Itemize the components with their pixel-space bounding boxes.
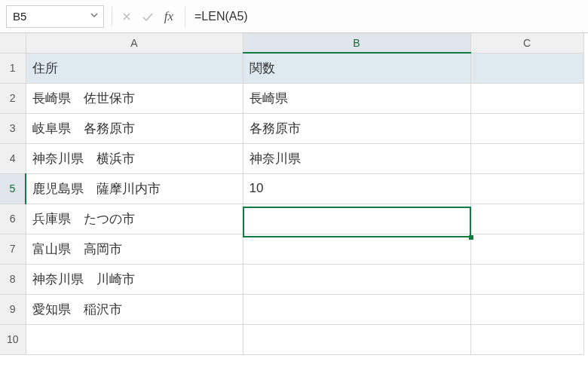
cell-A3[interactable]: 岐阜県 各務原市: [26, 113, 243, 143]
cell-C5[interactable]: [470, 173, 583, 204]
cell-A2[interactable]: 長崎県 佐世保市: [26, 83, 243, 113]
cell-B2[interactable]: 長崎県: [243, 83, 470, 113]
enter-icon[interactable]: [141, 10, 155, 23]
separator: [185, 7, 185, 26]
row-1: 1住所関数: [0, 53, 583, 83]
cell-A10[interactable]: [26, 324, 243, 354]
cell-C8[interactable]: [470, 264, 583, 294]
fx-icon[interactable]: fx: [162, 10, 176, 23]
cell-C9[interactable]: [470, 294, 583, 324]
cell-C1[interactable]: [470, 53, 583, 83]
name-box[interactable]: B5: [6, 5, 104, 28]
row-4: 4神奈川県 横浜市神奈川県: [0, 143, 583, 173]
column-header-C[interactable]: C: [470, 33, 583, 53]
cell-A9[interactable]: 愛知県 稲沢市: [26, 294, 243, 324]
formula-bar-icons: fx: [115, 10, 180, 23]
name-box-value: B5: [13, 10, 26, 23]
cell-B7[interactable]: [243, 234, 470, 264]
row-header-3[interactable]: 3: [0, 113, 26, 143]
formula-bar: B5 fx =LEN(A5): [0, 0, 588, 33]
cell-C6[interactable]: [470, 204, 583, 234]
cell-B4[interactable]: 神奈川県: [243, 143, 470, 173]
row-header-4[interactable]: 4: [0, 143, 26, 173]
row-5: 5鹿児島県 薩摩川内市10: [0, 173, 583, 204]
row-header-10[interactable]: 10: [0, 324, 26, 354]
cancel-icon[interactable]: [120, 10, 133, 23]
row-header-5[interactable]: 5: [0, 173, 26, 204]
cell-B9[interactable]: [243, 294, 470, 324]
cell-C3[interactable]: [470, 113, 583, 143]
cell-C4[interactable]: [470, 143, 583, 173]
cell-B10[interactable]: [243, 324, 470, 354]
column-header-A[interactable]: A: [26, 33, 243, 53]
select-all-corner[interactable]: [0, 33, 26, 53]
cell-C2[interactable]: [470, 83, 583, 113]
row-header-7[interactable]: 7: [0, 234, 26, 264]
row-10: 10: [0, 324, 583, 354]
cell-C7[interactable]: [470, 234, 583, 264]
row-3: 3岐阜県 各務原市各務原市: [0, 113, 583, 143]
chevron-down-icon[interactable]: [90, 11, 99, 22]
formula-input[interactable]: =LEN(A5): [190, 5, 588, 28]
row-6: 6兵庫県 たつの市: [0, 204, 583, 234]
grid-table: A B C 1住所関数2長崎県 佐世保市長崎県3岐阜県 各務原市各務原市4神奈川…: [0, 33, 584, 355]
fill-handle[interactable]: [469, 235, 473, 240]
separator: [112, 7, 112, 26]
cell-C10[interactable]: [470, 324, 583, 354]
row-8: 8神奈川県 川崎市: [0, 264, 583, 294]
row-header-6[interactable]: 6: [0, 204, 26, 234]
spreadsheet-grid[interactable]: A B C 1住所関数2長崎県 佐世保市長崎県3岐阜県 各務原市各務原市4神奈川…: [0, 33, 588, 355]
cell-B3[interactable]: 各務原市: [243, 113, 470, 143]
cell-B5[interactable]: 10: [243, 173, 470, 204]
cell-B6[interactable]: [243, 204, 470, 234]
row-header-2[interactable]: 2: [0, 83, 26, 113]
cell-A7[interactable]: 富山県 高岡市: [26, 234, 243, 264]
row-header-1[interactable]: 1: [0, 53, 26, 83]
row-7: 7富山県 高岡市: [0, 234, 583, 264]
cell-A1[interactable]: 住所: [26, 53, 243, 83]
cell-A8[interactable]: 神奈川県 川崎市: [26, 264, 243, 294]
row-header-8[interactable]: 8: [0, 264, 26, 294]
row-9: 9愛知県 稲沢市: [0, 294, 583, 324]
formula-text: =LEN(A5): [194, 10, 248, 23]
cell-A6[interactable]: 兵庫県 たつの市: [26, 204, 243, 234]
cell-B8[interactable]: [243, 264, 470, 294]
cell-A5[interactable]: 鹿児島県 薩摩川内市: [26, 173, 243, 204]
cell-A4[interactable]: 神奈川県 横浜市: [26, 143, 243, 173]
column-header-row: A B C: [0, 33, 583, 53]
row-2: 2長崎県 佐世保市長崎県: [0, 83, 583, 113]
row-header-9[interactable]: 9: [0, 294, 26, 324]
column-header-B[interactable]: B: [243, 33, 470, 53]
cell-B1[interactable]: 関数: [243, 53, 470, 83]
